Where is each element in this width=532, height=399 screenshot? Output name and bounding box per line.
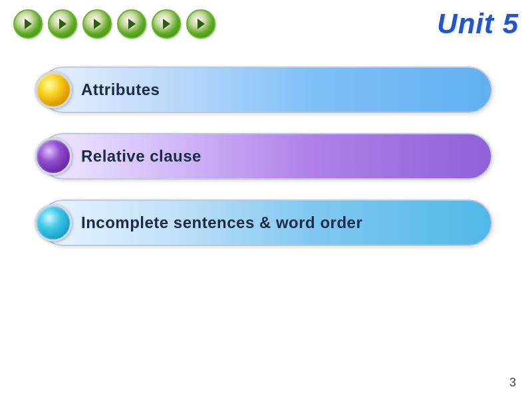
menu-item-relative-clause[interactable]: Relative clause [40, 133, 492, 180]
menu-label-relative-clause: Relative clause [81, 147, 201, 166]
menu-item-attributes[interactable]: Attributes [40, 66, 492, 113]
page-number: 3 [509, 376, 516, 390]
menu-item-incomplete-sentences[interactable]: Incomplete sentences & word order [40, 200, 492, 246]
gem-gold-icon [35, 71, 72, 108]
gem-purple-icon [35, 138, 72, 175]
nav-arrow-5[interactable] [152, 9, 181, 39]
menu-label-attributes: Attributes [81, 80, 160, 99]
gem-cyan-icon [35, 204, 72, 241]
header: Unit 5 [0, 0, 532, 47]
nav-arrow-6[interactable] [186, 9, 215, 39]
nav-arrows [13, 9, 215, 39]
main-content: Attributes Relative clause Incomplete se… [0, 53, 532, 259]
nav-arrow-2[interactable] [48, 9, 77, 39]
nav-arrow-3[interactable] [82, 9, 112, 39]
unit-title: Unit 5 [437, 8, 519, 40]
menu-label-incomplete-sentences: Incomplete sentences & word order [81, 213, 362, 232]
nav-arrow-4[interactable] [117, 9, 146, 39]
nav-arrow-1[interactable] [13, 9, 43, 39]
